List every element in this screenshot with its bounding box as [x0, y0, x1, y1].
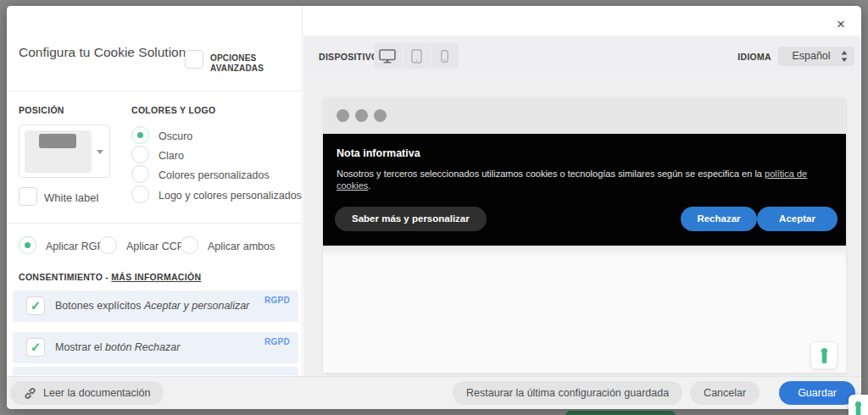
row-text-italic: botón Rechazar [105, 341, 180, 353]
modal-footer: Leer la documentación Restaurar la últim… [7, 376, 861, 409]
accept-button[interactable]: Aceptar [757, 207, 837, 231]
iubenda-lock-icon [820, 347, 829, 364]
radio-color-claro[interactable] [131, 146, 149, 163]
cookie-banner-preview: Nota informativa Nosotros y terceros sel… [323, 134, 846, 246]
save-button[interactable]: Guardar [779, 381, 855, 405]
white-label-checkbox[interactable] [19, 187, 37, 206]
live-preview-area: Nota informativa Nosotros y terceros sel… [303, 76, 861, 376]
divider [7, 223, 302, 224]
position-selector-dropdown[interactable] [19, 125, 110, 178]
restore-config-button[interactable]: Restaurar la última configuración guarda… [453, 381, 682, 405]
cookie-banner-buttons: Saber más y personalizar Aceptar Rechaza… [335, 207, 837, 231]
up-down-arrows-icon [841, 51, 848, 62]
corner-iubenda-badge[interactable] [849, 395, 868, 415]
page-title: Configura tu Cookie Solution [19, 43, 197, 61]
position-preview-page [25, 130, 92, 173]
browser-dot [337, 109, 349, 122]
mock-page-content [323, 246, 846, 373]
desktop-icon [379, 49, 396, 64]
tablet-icon [411, 49, 422, 64]
browser-mockup: Nota informativa Nosotros y terceros sel… [323, 97, 846, 373]
browser-chrome [323, 97, 846, 134]
cookie-solution-config-modal: × Configura tu Cookie Solution OPCIONES … [7, 6, 861, 409]
consent-row-explicit-buttons: ✓ Botones explícitos Aceptar y personali… [13, 290, 298, 322]
radio-label-logo-personalizados[interactable]: Logo y colores personalizados [159, 190, 302, 202]
mobile-icon [441, 50, 448, 63]
reject-button-checkbox[interactable]: ✓ [26, 338, 45, 357]
radio-color-oscuro[interactable] [131, 126, 149, 144]
browser-dot [355, 109, 368, 122]
reject-button[interactable]: Rechazar [681, 207, 757, 231]
config-panel: Configura tu Cookie Solution OPCIONES AV… [7, 6, 303, 376]
advanced-options-checkbox[interactable] [185, 50, 203, 69]
position-preview-banner [39, 134, 76, 148]
footer-actions: Restaurar la última configuración guarda… [453, 381, 855, 405]
customize-button[interactable]: Saber más y personalizar [335, 207, 487, 231]
chain-link-icon [24, 387, 36, 400]
browser-dots [337, 109, 387, 122]
more-info-link[interactable]: MÁS INFORMACIÓN [111, 272, 201, 282]
consent-row-partial [13, 367, 298, 375]
iubenda-badge-button[interactable] [810, 341, 837, 369]
device-label: DISPOSITIVO [319, 52, 378, 62]
divider [7, 91, 302, 91]
device-switcher [374, 43, 459, 69]
read-docs-label: Leer la documentación [43, 381, 150, 405]
browser-dot [374, 109, 387, 122]
caret-down-icon [97, 150, 103, 154]
read-docs-button[interactable]: Leer la documentación [10, 381, 164, 405]
close-icon[interactable]: × [832, 16, 849, 33]
row-text-prefix: Mostrar el [55, 341, 105, 353]
consent-section-heading: CONSENTIMIENTO - MÁS INFORMACIÓN [19, 272, 201, 282]
cookie-banner-title: Nota informativa [337, 147, 832, 159]
radio-label-personalizados[interactable]: Colores personalizados [159, 169, 270, 181]
device-desktop-button[interactable] [374, 43, 402, 69]
white-label-text: White label [44, 191, 98, 204]
language-select[interactable]: Español [778, 47, 854, 66]
explicit-buttons-checkbox[interactable]: ✓ [26, 296, 45, 315]
cookie-banner-body: Nosotros y terceros seleccionados utiliz… [337, 168, 832, 191]
row-text-prefix: Botones explícitos [55, 300, 144, 312]
consent-row-label: Mostrar el botón Rechazar [55, 341, 180, 353]
radio-aplicar-ccpa[interactable] [99, 236, 117, 254]
radio-label-oscuro[interactable]: Oscuro [159, 130, 192, 142]
rgpd-badge: RGPD [264, 337, 290, 346]
consent-row-reject-button: ✓ Mostrar el botón Rechazar RGPD [13, 332, 298, 363]
advanced-options-label: OPCIONES AVANZADAS [210, 53, 295, 74]
preview-toolbar: DISPOSITIVO [303, 36, 861, 76]
row-text-italic: Aceptar y personalizar [144, 300, 249, 312]
position-section-label: POSICIÓN [19, 105, 64, 115]
cancel-button[interactable]: Cancelar [690, 381, 760, 405]
radio-color-personalizados[interactable] [131, 165, 149, 183]
colors-section-label: COLORES Y LOGO [131, 105, 216, 115]
rgpd-badge: RGPD [264, 296, 290, 305]
banner-body-text: Nosotros y terceros seleccionados utiliz… [337, 169, 765, 179]
banner-body-period: . [368, 180, 370, 191]
language-value: Español [792, 50, 830, 62]
iubenda-lock-icon [854, 401, 863, 415]
device-mobile-button[interactable] [430, 43, 459, 69]
consent-row-label: Botones explícitos Aceptar y personaliza… [55, 300, 249, 312]
background-page-element [565, 411, 676, 415]
language-label: IDIOMA [737, 52, 771, 62]
radio-label-claro[interactable]: Claro [159, 150, 184, 162]
device-tablet-button[interactable] [402, 43, 431, 69]
consent-heading-text: CONSENTIMIENTO - [19, 272, 111, 282]
radio-aplicar-ambos[interactable] [181, 236, 198, 254]
radio-label-aplicar-ambos[interactable]: Aplicar ambos [208, 241, 275, 252]
radio-aplicar-rgpd[interactable] [19, 236, 36, 254]
radio-logo-personalizados[interactable] [131, 185, 149, 203]
